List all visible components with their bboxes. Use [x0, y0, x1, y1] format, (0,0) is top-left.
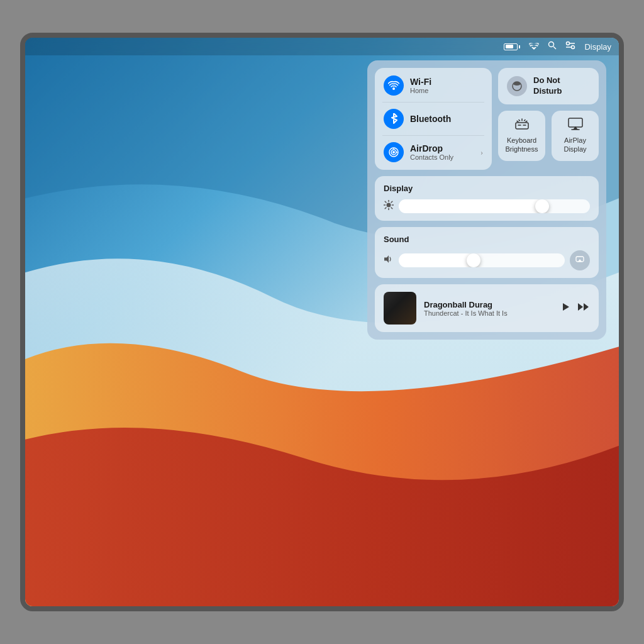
bluetooth-text: Bluetooth	[410, 114, 451, 124]
wifi-icon	[384, 75, 404, 96]
control-center-panel: Wi-Fi Home Bluetooth	[367, 60, 606, 340]
svg-line-20	[517, 121, 518, 121]
bluetooth-label: Bluetooth	[410, 114, 451, 124]
track-title: Dragonball Durag	[424, 300, 552, 309]
dnd-label: Do Not Disturb	[533, 75, 590, 97]
sound-slider-row	[384, 250, 590, 270]
airplay-display-label: AirPlay Display	[557, 136, 594, 154]
svg-point-12	[392, 151, 395, 153]
svg-line-2	[553, 47, 556, 49]
keyboard-brightness-icon	[514, 118, 530, 133]
svg-line-31	[391, 201, 392, 203]
airdrop-arrow: ›	[480, 148, 483, 157]
skip-button[interactable]	[577, 302, 590, 314]
svg-point-9	[392, 87, 395, 90]
track-artist: Thundercat - It Is What It Is	[424, 309, 552, 317]
display-slider-row	[384, 199, 590, 213]
battery-icon	[504, 43, 520, 50]
now-playing-tile: Dragonball Durag Thundercat - It Is What…	[375, 284, 599, 332]
small-tiles-row: Keyboard Brightness AirPlay Display	[498, 111, 599, 161]
track-info: Dragonball Durag Thundercat - It Is What…	[424, 300, 552, 317]
brightness-icon	[384, 200, 394, 213]
right-col: Do Not Disturb	[498, 68, 599, 170]
keyboard-brightness-tile[interactable]: Keyboard Brightness	[498, 111, 545, 161]
menubar-right: Display	[504, 41, 611, 52]
divider-2	[382, 135, 484, 136]
svg-line-18	[519, 119, 520, 121]
svg-rect-22	[569, 118, 582, 127]
sound-section: Sound	[375, 227, 599, 278]
wifi-subtitle: Home	[410, 87, 431, 94]
album-art	[384, 292, 416, 325]
search-menubar-icon[interactable]	[548, 41, 557, 52]
dnd-icon	[507, 76, 527, 96]
album-art-gradient	[384, 292, 416, 325]
menubar-datetime: Display	[584, 42, 611, 52]
screen-container: Display Wi-	[20, 33, 624, 611]
airplay-sound-button[interactable]	[570, 250, 590, 270]
bluetooth-item[interactable]: Bluetooth	[384, 109, 483, 129]
svg-line-32	[385, 208, 386, 209]
dnd-tile[interactable]: Do Not Disturb	[498, 68, 599, 104]
network-tile: Wi-Fi Home Bluetooth	[375, 68, 492, 170]
airplay-display-icon	[568, 118, 583, 133]
airdrop-item[interactable]: AirDrop Contacts Only ›	[384, 142, 483, 162]
svg-point-1	[549, 42, 554, 47]
sound-title: Sound	[384, 235, 590, 244]
svg-point-3	[567, 42, 570, 45]
airdrop-text: AirDrop Contacts Only	[410, 143, 453, 161]
display-section: Display	[375, 176, 599, 221]
display-title: Display	[384, 184, 590, 193]
airdrop-subtitle: Contacts Only	[410, 153, 453, 161]
svg-point-24	[387, 203, 391, 208]
keyboard-brightness-label: Keyboard Brightness	[503, 136, 540, 154]
svg-point-6	[572, 46, 575, 49]
wifi-text: Wi-Fi Home	[410, 77, 431, 94]
playback-controls	[560, 301, 590, 316]
bluetooth-icon	[384, 109, 404, 129]
wifi-label: Wi-Fi	[410, 77, 431, 87]
wifi-menubar-icon[interactable]	[529, 41, 539, 52]
menubar: Display	[25, 38, 619, 55]
svg-line-21	[526, 121, 527, 121]
svg-line-19	[524, 119, 525, 121]
airdrop-icon	[384, 142, 404, 162]
wifi-item[interactable]: Wi-Fi Home	[384, 75, 483, 96]
display-slider-track[interactable]	[399, 199, 590, 213]
svg-line-30	[391, 208, 392, 209]
sound-slider-track[interactable]	[399, 253, 565, 267]
svg-line-29	[385, 201, 386, 203]
volume-icon	[384, 255, 394, 266]
airplay-display-tile[interactable]: AirPlay Display	[552, 111, 599, 161]
top-row: Wi-Fi Home Bluetooth	[375, 68, 599, 170]
control-center-menubar-icon[interactable]	[565, 41, 575, 52]
play-button[interactable]	[560, 301, 571, 316]
svg-rect-14	[516, 123, 528, 129]
airdrop-label: AirDrop	[410, 143, 453, 153]
divider-1	[382, 102, 484, 103]
